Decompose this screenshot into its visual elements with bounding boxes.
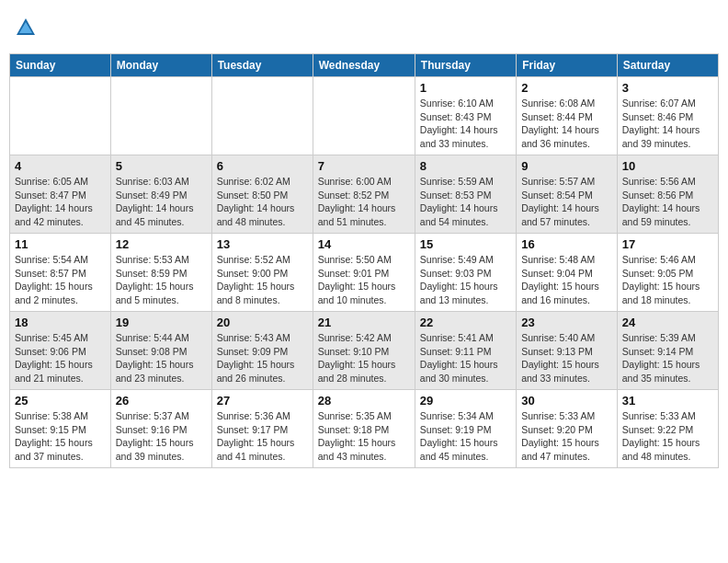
day-info: Sunrise: 5:49 AM Sunset: 9:03 PM Dayligh… [420, 253, 511, 307]
day-number: 29 [420, 394, 511, 408]
day-number: 19 [116, 316, 207, 329]
day-info: Sunrise: 5:54 AM Sunset: 8:57 PM Dayligh… [15, 253, 106, 307]
day-info: Sunrise: 5:39 AM Sunset: 9:14 PM Dayligh… [622, 331, 713, 385]
calendar-cell: 28Sunrise: 5:35 AM Sunset: 9:18 PM Dayli… [313, 390, 415, 468]
day-header-thursday: Thursday [415, 54, 516, 77]
calendar-cell: 16Sunrise: 5:48 AM Sunset: 9:04 PM Dayli… [517, 234, 618, 312]
day-info: Sunrise: 6:10 AM Sunset: 8:43 PM Dayligh… [420, 97, 511, 151]
calendar-header-row: SundayMondayTuesdayWednesdayThursdayFrid… [10, 54, 719, 77]
calendar-week-5: 25Sunrise: 5:38 AM Sunset: 9:15 PM Dayli… [10, 390, 719, 468]
calendar-cell: 20Sunrise: 5:43 AM Sunset: 9:09 PM Dayli… [211, 312, 313, 390]
day-number: 7 [318, 159, 410, 173]
calendar-cell: 21Sunrise: 5:42 AM Sunset: 9:10 PM Dayli… [313, 312, 415, 390]
day-info: Sunrise: 5:52 AM Sunset: 9:00 PM Dayligh… [217, 253, 308, 307]
calendar-cell: 17Sunrise: 5:46 AM Sunset: 9:05 PM Dayli… [617, 234, 718, 312]
day-info: Sunrise: 5:57 AM Sunset: 8:54 PM Dayligh… [521, 175, 612, 229]
calendar-cell [211, 77, 313, 155]
calendar-cell [110, 77, 211, 155]
calendar-week-2: 4Sunrise: 6:05 AM Sunset: 8:47 PM Daylig… [10, 155, 719, 234]
day-number: 13 [217, 237, 308, 251]
day-info: Sunrise: 5:59 AM Sunset: 8:53 PM Dayligh… [420, 175, 511, 229]
day-number: 2 [521, 81, 612, 95]
day-number: 28 [318, 394, 410, 408]
day-info: Sunrise: 6:07 AM Sunset: 8:46 PM Dayligh… [622, 97, 713, 151]
day-info: Sunrise: 5:46 AM Sunset: 9:05 PM Dayligh… [622, 253, 713, 307]
day-number: 12 [116, 237, 207, 251]
calendar-cell: 3Sunrise: 6:07 AM Sunset: 8:46 PM Daylig… [617, 77, 718, 155]
day-number: 9 [521, 159, 612, 173]
calendar-cell: 22Sunrise: 5:41 AM Sunset: 9:11 PM Dayli… [415, 312, 516, 390]
day-number: 8 [420, 159, 511, 173]
day-info: Sunrise: 5:34 AM Sunset: 9:19 PM Dayligh… [420, 409, 511, 464]
day-info: Sunrise: 5:40 AM Sunset: 9:13 PM Dayligh… [521, 331, 612, 385]
day-header-saturday: Saturday [617, 54, 718, 77]
calendar-cell [10, 77, 111, 155]
day-header-tuesday: Tuesday [211, 54, 313, 77]
day-header-wednesday: Wednesday [313, 54, 415, 77]
calendar-cell: 25Sunrise: 5:38 AM Sunset: 9:15 PM Dayli… [10, 390, 111, 468]
day-info: Sunrise: 5:33 AM Sunset: 9:20 PM Dayligh… [521, 409, 612, 464]
day-info: Sunrise: 5:43 AM Sunset: 9:09 PM Dayligh… [217, 331, 308, 385]
calendar-cell: 31Sunrise: 5:33 AM Sunset: 9:22 PM Dayli… [617, 390, 718, 468]
day-info: Sunrise: 5:42 AM Sunset: 9:10 PM Dayligh… [318, 331, 410, 385]
page-header [9, 9, 719, 46]
day-info: Sunrise: 5:37 AM Sunset: 9:16 PM Dayligh… [116, 409, 207, 464]
calendar-cell: 19Sunrise: 5:44 AM Sunset: 9:08 PM Dayli… [110, 312, 211, 390]
calendar-cell: 13Sunrise: 5:52 AM Sunset: 9:00 PM Dayli… [211, 234, 313, 312]
calendar-cell: 18Sunrise: 5:45 AM Sunset: 9:06 PM Dayli… [10, 312, 111, 390]
calendar-cell: 26Sunrise: 5:37 AM Sunset: 9:16 PM Dayli… [110, 390, 211, 468]
day-info: Sunrise: 5:44 AM Sunset: 9:08 PM Dayligh… [116, 331, 207, 385]
day-number: 31 [622, 394, 713, 408]
calendar-cell: 14Sunrise: 5:50 AM Sunset: 9:01 PM Dayli… [313, 234, 415, 312]
day-number: 21 [318, 316, 410, 329]
day-number: 6 [217, 159, 308, 173]
calendar-week-1: 1Sunrise: 6:10 AM Sunset: 8:43 PM Daylig… [10, 77, 719, 155]
day-info: Sunrise: 5:50 AM Sunset: 9:01 PM Dayligh… [318, 253, 410, 307]
day-number: 11 [15, 237, 106, 251]
day-info: Sunrise: 6:03 AM Sunset: 8:49 PM Dayligh… [116, 175, 207, 229]
day-number: 25 [15, 394, 106, 408]
day-number: 22 [420, 316, 511, 329]
day-info: Sunrise: 6:08 AM Sunset: 8:44 PM Dayligh… [521, 97, 612, 151]
day-number: 30 [521, 394, 612, 408]
calendar-week-4: 18Sunrise: 5:45 AM Sunset: 9:06 PM Dayli… [10, 312, 719, 390]
day-number: 10 [622, 159, 713, 173]
day-number: 17 [622, 237, 713, 251]
day-info: Sunrise: 5:53 AM Sunset: 8:59 PM Dayligh… [116, 253, 207, 307]
calendar-cell [313, 77, 415, 155]
day-header-sunday: Sunday [10, 54, 111, 77]
day-info: Sunrise: 5:41 AM Sunset: 9:11 PM Dayligh… [420, 331, 511, 385]
calendar-cell: 7Sunrise: 6:00 AM Sunset: 8:52 PM Daylig… [313, 155, 415, 234]
calendar-cell: 24Sunrise: 5:39 AM Sunset: 9:14 PM Dayli… [617, 312, 718, 390]
calendar-cell: 30Sunrise: 5:33 AM Sunset: 9:20 PM Dayli… [517, 390, 618, 468]
day-info: Sunrise: 5:36 AM Sunset: 9:17 PM Dayligh… [217, 409, 308, 464]
day-number: 15 [420, 237, 511, 251]
day-number: 24 [622, 316, 713, 329]
day-number: 20 [217, 316, 308, 329]
day-info: Sunrise: 5:48 AM Sunset: 9:04 PM Dayligh… [521, 253, 612, 307]
calendar: SundayMondayTuesdayWednesdayThursdayFrid… [9, 53, 719, 468]
day-header-monday: Monday [110, 54, 211, 77]
day-number: 14 [318, 237, 410, 251]
day-info: Sunrise: 5:56 AM Sunset: 8:56 PM Dayligh… [622, 175, 713, 229]
calendar-cell: 27Sunrise: 5:36 AM Sunset: 9:17 PM Dayli… [211, 390, 313, 468]
day-info: Sunrise: 5:45 AM Sunset: 9:06 PM Dayligh… [15, 331, 106, 385]
calendar-cell: 12Sunrise: 5:53 AM Sunset: 8:59 PM Dayli… [110, 234, 211, 312]
day-info: Sunrise: 6:00 AM Sunset: 8:52 PM Dayligh… [318, 175, 410, 229]
day-info: Sunrise: 5:33 AM Sunset: 9:22 PM Dayligh… [622, 409, 713, 464]
calendar-cell: 15Sunrise: 5:49 AM Sunset: 9:03 PM Dayli… [415, 234, 516, 312]
calendar-cell: 23Sunrise: 5:40 AM Sunset: 9:13 PM Dayli… [517, 312, 618, 390]
day-number: 23 [521, 316, 612, 329]
calendar-cell: 5Sunrise: 6:03 AM Sunset: 8:49 PM Daylig… [110, 155, 211, 234]
day-number: 1 [420, 81, 511, 95]
calendar-cell: 2Sunrise: 6:08 AM Sunset: 8:44 PM Daylig… [517, 77, 618, 155]
logo-icon [13, 15, 39, 40]
day-number: 27 [217, 394, 308, 408]
day-info: Sunrise: 5:38 AM Sunset: 9:15 PM Dayligh… [15, 409, 106, 464]
calendar-cell: 10Sunrise: 5:56 AM Sunset: 8:56 PM Dayli… [617, 155, 718, 234]
calendar-cell: 11Sunrise: 5:54 AM Sunset: 8:57 PM Dayli… [10, 234, 111, 312]
calendar-cell: 8Sunrise: 5:59 AM Sunset: 8:53 PM Daylig… [415, 155, 516, 234]
day-header-friday: Friday [517, 54, 618, 77]
day-info: Sunrise: 5:35 AM Sunset: 9:18 PM Dayligh… [318, 409, 410, 464]
logo [13, 15, 42, 40]
